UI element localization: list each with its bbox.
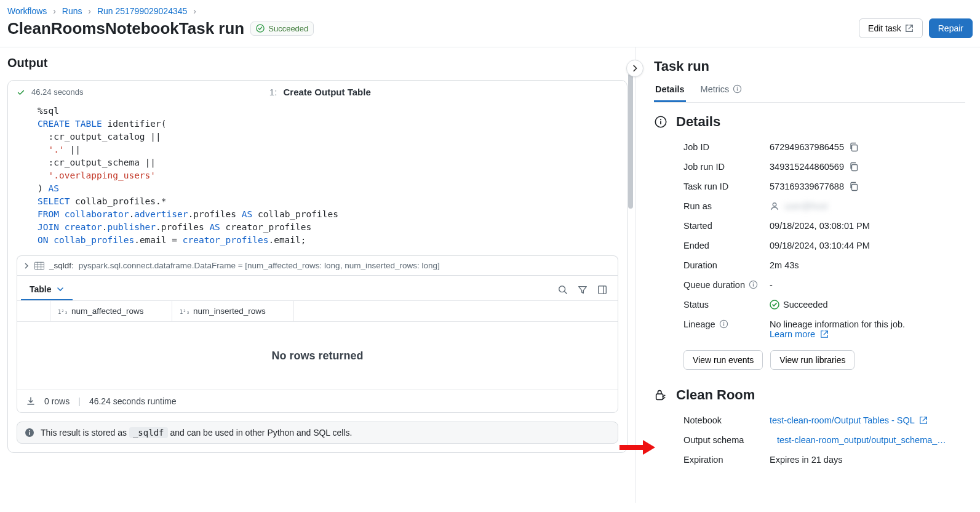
breadcrumb-item[interactable]: Run 251799029024345 [97,6,187,16]
copy-icon[interactable] [849,162,859,172]
table-column-header[interactable]: 1²₃ num_affected_rows [50,301,172,321]
svg-rect-17 [851,185,857,191]
info-outline-icon [654,115,667,129]
result-table: Table 1²₃ num_affected_rows [17,275,618,413]
cell-duration: 46.24 seconds [31,87,84,97]
filter-icon[interactable] [577,284,588,295]
svg-rect-3 [599,286,607,294]
svg-point-7 [29,430,30,431]
cleanroom-section-head: Clean Room [654,387,965,403]
copy-icon[interactable] [849,142,859,152]
status-badge: Succeeded [250,22,314,36]
chevron-right-icon: › [88,6,91,16]
annotation-arrow-icon [618,439,655,456]
external-link-icon [919,416,928,425]
svg-rect-21 [753,284,754,286]
details-list: Job ID 672949637986455 Job run ID 349315… [683,137,965,344]
lock-share-icon [654,388,667,402]
task-run-title: Task run [654,58,965,74]
panel-icon[interactable] [597,284,608,295]
svg-point-10 [737,87,738,88]
caret-right-icon [23,263,30,269]
svg-text:1²₃: 1²₃ [58,308,68,314]
check-circle-icon [256,24,265,33]
learn-more-link[interactable]: Learn more [770,329,829,339]
table-header-row: 1²₃ num_affected_rows 1²₃ num_inserted_r… [17,301,618,322]
view-run-libraries-button[interactable]: View run libraries [770,350,855,370]
info-icon [25,428,34,438]
svg-rect-11 [737,88,738,90]
result-schema-bar[interactable]: _sqldf: pyspark.sql.connect.dataframe.Da… [17,255,618,275]
cell-title: 1: Create Output Table [84,87,557,97]
svg-rect-26 [656,394,663,399]
scrollbar-track[interactable] [628,73,633,490]
check-icon [17,88,25,97]
svg-point-2 [559,286,565,292]
info-icon[interactable] [749,280,758,289]
repair-button[interactable]: Repair [929,18,973,38]
notebook-link[interactable]: test-clean-room/Output Tables - SQL [770,415,928,425]
check-circle-icon [770,300,779,310]
notebook-cell: 46.24 seconds 1: Create Output Table %sq… [7,80,627,453]
numeric-type-icon: 1²₃ [58,307,68,316]
chevron-down-icon [57,286,64,293]
tab-table[interactable]: Table [21,279,73,300]
svg-rect-25 [723,323,723,326]
table-footer: 0 rows | 46.24 seconds runtime [17,390,618,412]
output-schema-link[interactable]: test-clean-room_output/output_schema_… [777,435,946,445]
cleanroom-list: Notebook test-clean-room/Output Tables -… [683,410,965,470]
svg-rect-8 [29,432,30,435]
page-header: CleanRoomsNotebookTask run Succeeded Edi… [0,18,980,47]
scrollbar-thumb[interactable] [628,73,633,209]
task-run-tabs: Details Metrics [654,81,965,103]
breadcrumb-item[interactable]: Workflows [7,6,47,16]
info-icon[interactable] [719,319,728,329]
external-link-icon [820,330,829,338]
edit-task-button[interactable]: Edit task [859,18,923,38]
chevron-right-icon: › [193,6,196,16]
svg-rect-1 [34,262,44,270]
task-run-panel: Task run Details Metrics Details Job ID … [635,47,980,503]
table-empty-state: No rows returned [17,322,618,390]
details-section-head: Details [654,114,965,130]
external-link-icon [905,24,914,33]
chevron-right-icon: › [53,6,56,16]
info-icon [733,84,742,94]
svg-text:1²₃: 1²₃ [180,308,189,314]
copy-icon[interactable] [849,182,859,191]
svg-rect-14 [660,121,661,125]
breadcrumb: Workflows › Runs › Run 251799029024345 › [0,0,980,18]
svg-rect-16 [851,165,857,171]
svg-point-24 [723,322,724,323]
view-run-events-button[interactable]: View run events [683,350,763,370]
output-heading: Output [7,56,627,70]
chevron-right-icon [631,64,639,73]
search-icon[interactable] [557,284,568,295]
sqldf-info: This result is stored as _sqldf and can … [17,422,618,444]
tab-details[interactable]: Details [654,81,686,102]
collapse-sidebar-button[interactable] [626,60,643,77]
breadcrumb-item[interactable]: Runs [62,6,82,16]
download-icon[interactable] [26,396,36,406]
table-column-header[interactable]: 1²₃ num_inserted_rows [172,301,294,321]
svg-rect-15 [851,145,857,151]
svg-point-13 [660,119,661,120]
tab-metrics[interactable]: Metrics [699,81,744,102]
numeric-type-icon: 1²₃ [180,307,189,316]
output-pane: Output 46.24 seconds 1: Create Output Ta… [0,47,635,503]
grid-icon [34,262,44,270]
page-title: CleanRoomsNotebookTask run [7,19,244,38]
user-icon [770,201,779,211]
svg-point-20 [753,282,754,284]
svg-point-18 [773,203,776,207]
code-block: %sql CREATE TABLE identifier( :cr_output… [8,100,627,255]
